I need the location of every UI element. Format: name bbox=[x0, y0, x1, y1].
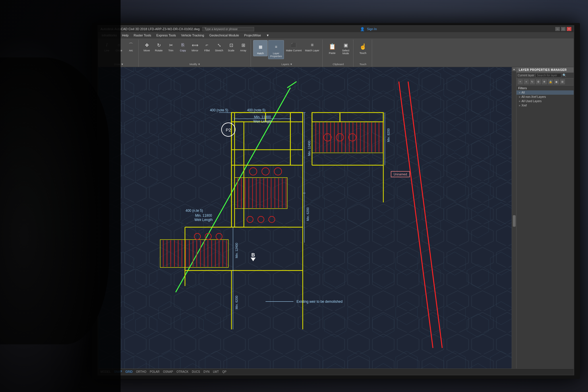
dyn-toggle[interactable]: DYN bbox=[204, 370, 210, 373]
svg-text:P2: P2 bbox=[226, 127, 231, 132]
monitor-screen: Autodesk AutoCAD Civil 3D 2018 LFD-ARP-Z… bbox=[98, 25, 574, 375]
modify-buttons: ✥ Move ↻ Rotate ✂ Trim ⎘ Copy ⟺ Mirror bbox=[141, 40, 249, 53]
lpm-freeze-btn[interactable]: ❄ bbox=[542, 79, 547, 84]
filter-non-xref[interactable]: ≡ All non-Xref Layers bbox=[517, 95, 574, 99]
touch-button[interactable]: ☝ Touch bbox=[356, 40, 370, 56]
otrack-toggle[interactable]: OTRACK bbox=[177, 370, 189, 373]
search-layer-icon[interactable]: 🔍 bbox=[562, 73, 566, 77]
layer-properties-panel: LAYER PROPERTIES MANAGER Current layer 🔍… bbox=[516, 67, 574, 375]
statusbar: MODEL SNAP GRID ORTHO POLAR OSNAP OTRACK… bbox=[98, 368, 574, 375]
filter-non-xref-label: All non-Xref Layers bbox=[521, 95, 546, 98]
menu-express[interactable]: Express Tools bbox=[154, 33, 178, 38]
search-layer-input[interactable] bbox=[535, 73, 561, 77]
rotate-button[interactable]: ↻ Rotate bbox=[153, 40, 165, 53]
sign-in-link[interactable]: Sign In bbox=[367, 27, 377, 31]
filter-xref[interactable]: ≡ Xref bbox=[517, 103, 574, 108]
layers-buttons: ▦ Hatch ≡ LayerProperties ⬛ Make Current… bbox=[253, 40, 321, 59]
circle-button[interactable]: ○ Circle bbox=[113, 40, 125, 53]
filter-used-label: All Used Layers bbox=[521, 100, 541, 103]
polar-toggle[interactable]: POLAR bbox=[150, 370, 160, 373]
filter-xref-label: Xref bbox=[521, 104, 527, 107]
svg-text:Min. 11800: Min. 11800 bbox=[195, 214, 212, 218]
ribbon-group-modify: ✥ Move ↻ Rotate ✂ Trim ⎘ Copy ⟺ Mirror bbox=[139, 40, 251, 67]
person-silhouette bbox=[0, 57, 109, 344]
scroll-up-arrow[interactable]: ▲ bbox=[512, 67, 516, 71]
draw-group-label: Draw ▼ bbox=[114, 63, 123, 66]
ribbon-toolbar: / Line ○ Circle ⌒ Arc Draw ▼ ✥ Move bbox=[98, 38, 574, 67]
filter-xref-icon: ≡ bbox=[519, 104, 520, 107]
lpm-new-layer-btn[interactable]: + bbox=[518, 79, 523, 84]
copy-button[interactable]: ⎘ Copy bbox=[177, 40, 189, 53]
lpm-delete-btn[interactable]: × bbox=[524, 79, 529, 84]
osnap-toggle[interactable]: OSNAP bbox=[163, 370, 173, 373]
ducs-toggle[interactable]: DUCS bbox=[192, 370, 200, 373]
menu-vehicle[interactable]: Vehicle Tracking bbox=[179, 33, 206, 38]
svg-text:Min. 12400: Min. 12400 bbox=[307, 141, 311, 156]
svg-rect-186 bbox=[161, 240, 228, 267]
modify-group-label: Modify ▼ bbox=[189, 63, 200, 66]
hatch-button[interactable]: ▦ Hatch bbox=[253, 40, 268, 56]
arc-button[interactable]: ⌒ Arc bbox=[125, 40, 137, 53]
filter-used-icon: ≡ bbox=[519, 100, 520, 103]
scale-button[interactable]: ⊡ Scale bbox=[225, 40, 237, 53]
lpm-search-bar: Current layer 🔍 bbox=[517, 73, 574, 78]
svg-text:Min. 12400: Min. 12400 bbox=[235, 243, 238, 258]
array-button[interactable]: ⊞ Array bbox=[237, 40, 249, 53]
mirror-button[interactable]: ⟺ Mirror bbox=[189, 40, 201, 53]
svg-text:Weir Length: Weir Length bbox=[253, 119, 272, 123]
filter-all[interactable]: ≡ All bbox=[517, 90, 574, 95]
maximize-button[interactable]: □ bbox=[561, 27, 566, 31]
trim-button[interactable]: ✂ Trim bbox=[165, 40, 177, 53]
line-button[interactable]: / Line bbox=[101, 40, 113, 53]
lpm-refresh-btn[interactable]: ↻ bbox=[530, 79, 535, 84]
menu-raster[interactable]: Raster Tools bbox=[131, 33, 154, 38]
layers-group-label: Layers ▼ bbox=[281, 63, 292, 66]
layer-properties-button[interactable]: ≡ LayerProperties bbox=[268, 40, 284, 59]
touch-buttons: ☝ Touch bbox=[356, 40, 370, 56]
svg-text:Unnamed: Unnamed bbox=[394, 172, 407, 176]
ribbon-group-draw: / Line ○ Circle ⌒ Arc Draw ▼ bbox=[99, 40, 139, 67]
vertical-scrollbar[interactable]: ▲ ▼ bbox=[512, 67, 516, 375]
stretch-button[interactable]: ⤡ Stretch bbox=[213, 40, 225, 53]
menu-help[interactable]: Help bbox=[120, 33, 131, 38]
lpm-settings-btn[interactable]: ⚙ bbox=[536, 79, 541, 84]
filter-all-label: All bbox=[521, 91, 525, 94]
menubar: InfraWorks Help Raster Tools Express Too… bbox=[98, 32, 574, 38]
touch-group-label: Touch bbox=[359, 63, 366, 66]
svg-text:Min. 6200: Min. 6200 bbox=[235, 296, 238, 309]
app-title: Autodesk AutoCAD Civil 3D 2018 LFD-ARP-Z… bbox=[100, 27, 200, 31]
filter-used[interactable]: ≡ All Used Layers bbox=[517, 99, 574, 103]
qp-toggle[interactable]: QP bbox=[222, 370, 226, 373]
move-button[interactable]: ✥ Move bbox=[141, 40, 152, 53]
menu-projectwise[interactable]: ProjectWise bbox=[242, 33, 263, 38]
lpm-view-btn[interactable]: ◉ bbox=[554, 79, 559, 84]
cad-canvas[interactable]: P2 400 (note 5) 400 (note 5) Min. 11800 … bbox=[98, 67, 551, 375]
filter-all-icon: ≡ bbox=[519, 91, 520, 94]
minimize-button[interactable]: ─ bbox=[555, 27, 560, 31]
fillet-button[interactable]: ⌐ Fillet bbox=[201, 40, 213, 53]
menu-more[interactable]: ▼ bbox=[264, 33, 272, 38]
menu-infraworks[interactable]: InfraWorks bbox=[99, 33, 119, 38]
svg-text:B: B bbox=[251, 252, 255, 258]
menu-geotechnical[interactable]: Geotechnical Module bbox=[207, 33, 241, 38]
lpm-grid-btn[interactable]: ⊞ bbox=[560, 79, 565, 84]
svg-text:400 (note 5): 400 (note 5) bbox=[247, 108, 266, 112]
cad-drawing-svg: P2 400 (note 5) 400 (note 5) Min. 11800 … bbox=[98, 67, 551, 375]
paste-button[interactable]: 📋 Paste bbox=[325, 40, 339, 56]
lwt-toggle[interactable]: LWT bbox=[213, 370, 219, 373]
scroll-thumb[interactable] bbox=[513, 215, 516, 227]
clipboard-group-label: Clipboard bbox=[333, 63, 344, 66]
svg-text:Min. 6200: Min. 6200 bbox=[306, 207, 310, 221]
grid-toggle[interactable]: GRID bbox=[125, 370, 133, 373]
svg-rect-182 bbox=[313, 123, 383, 152]
snap-toggle[interactable]: SNAP bbox=[114, 370, 122, 373]
filters-label: Filters bbox=[517, 86, 574, 90]
search-box[interactable]: Type a keyword or phrase bbox=[202, 27, 254, 31]
make-current-button[interactable]: ⬛ Make Current bbox=[285, 40, 303, 53]
lpm-toolbar: + × ↻ ⚙ ❄ 🔒 ◉ ⊞ bbox=[517, 78, 574, 86]
ortho-toggle[interactable]: ORTHO bbox=[136, 370, 146, 373]
match-layer-button[interactable]: ≡ Match Layer bbox=[304, 40, 321, 53]
select-mode-button[interactable]: ▣ SelectMode bbox=[340, 40, 351, 56]
close-button[interactable]: ✕ bbox=[567, 27, 571, 31]
lpm-lock-btn[interactable]: 🔒 bbox=[548, 79, 553, 84]
